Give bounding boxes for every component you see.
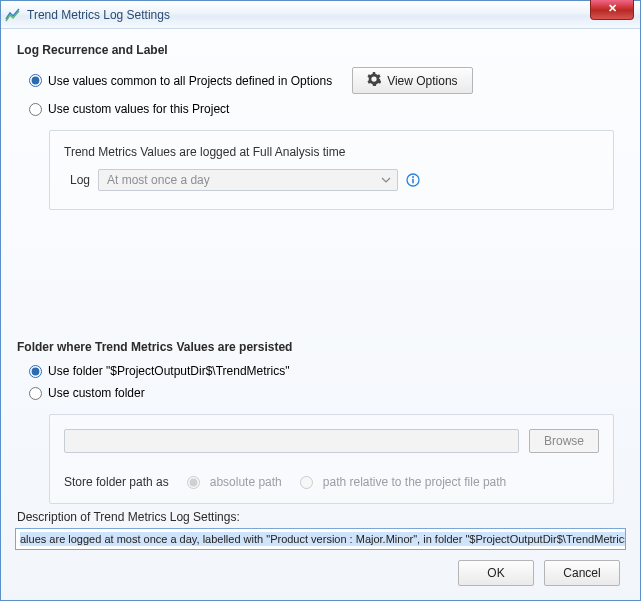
store-path-label: Store folder path as [64, 475, 169, 489]
radio-use-folder-label[interactable]: Use folder "$ProjectOutputDir$\TrendMetr… [48, 364, 290, 378]
radio-row-common: Use values common to all Projects define… [29, 67, 626, 94]
ok-button[interactable]: OK [458, 560, 534, 586]
radio-absolute-wrap: absolute path [187, 475, 282, 489]
radio-common-label[interactable]: Use values common to all Projects define… [48, 74, 332, 88]
titlebar: Trend Metrics Log Settings ✕ [1, 1, 640, 29]
close-icon: ✕ [608, 2, 617, 15]
browse-button: Browse [529, 429, 599, 453]
close-button[interactable]: ✕ [590, 0, 634, 20]
description-area: Description of Trend Metrics Log Setting… [15, 506, 626, 590]
radio-relative-label: path relative to the project file path [323, 475, 506, 489]
radio-relative-path [300, 476, 313, 489]
radio-custom-folder[interactable] [29, 387, 42, 400]
view-options-label: View Options [387, 74, 457, 88]
radio-use-folder[interactable] [29, 365, 42, 378]
description-input[interactable]: alues are logged at most once a day, lab… [15, 528, 626, 550]
spacer [15, 210, 626, 340]
browse-label: Browse [544, 434, 584, 448]
folder-path-input [64, 429, 519, 453]
radio-row-custom: Use custom values for this Project [29, 102, 626, 116]
radio-absolute-label: absolute path [210, 475, 282, 489]
folder-groupbox: Browse Store folder path as absolute pat… [49, 414, 614, 504]
view-options-button[interactable]: View Options [352, 67, 472, 94]
content-area: Log Recurrence and Label Use values comm… [1, 29, 640, 600]
radio-custom-folder-label[interactable]: Use custom folder [48, 386, 145, 400]
cancel-button[interactable]: Cancel [544, 560, 620, 586]
log-frequency-value: At most once a day [107, 173, 210, 187]
log-frequency-combo[interactable]: At most once a day [98, 169, 398, 191]
radio-custom-values[interactable] [29, 103, 42, 116]
radio-custom-label[interactable]: Use custom values for this Project [48, 102, 229, 116]
info-icon[interactable] [406, 173, 420, 187]
ok-label: OK [487, 566, 504, 580]
gear-icon [367, 72, 381, 89]
folder-path-row: Browse [64, 429, 599, 453]
radio-row-use-folder: Use folder "$ProjectOutputDir$\TrendMetr… [29, 364, 626, 378]
svg-point-1 [412, 176, 414, 178]
log-label: Log [70, 173, 90, 187]
cancel-label: Cancel [563, 566, 600, 580]
app-icon [5, 7, 21, 23]
dialog-footer: OK Cancel [15, 550, 626, 590]
log-combo-row: Log At most once a day [70, 169, 599, 191]
svg-rect-2 [412, 179, 414, 184]
store-row: Store folder path as absolute path path … [64, 475, 599, 489]
radio-absolute-path [187, 476, 200, 489]
description-value: alues are logged at most once a day, lab… [20, 532, 626, 546]
recurrence-heading: Log Recurrence and Label [17, 43, 626, 57]
folder-heading: Folder where Trend Metrics Values are pe… [17, 340, 626, 354]
window-title: Trend Metrics Log Settings [27, 8, 170, 22]
description-label: Description of Trend Metrics Log Setting… [17, 510, 626, 524]
radio-relative-wrap: path relative to the project file path [300, 475, 506, 489]
chevron-down-icon [381, 174, 393, 186]
log-groupbox: Trend Metrics Values are logged at Full … [49, 130, 614, 210]
log-groupbox-title: Trend Metrics Values are logged at Full … [64, 145, 599, 159]
dialog-window: Trend Metrics Log Settings ✕ Log Recurre… [0, 0, 641, 601]
radio-row-custom-folder: Use custom folder [29, 386, 626, 400]
radio-common-values[interactable] [29, 74, 42, 87]
